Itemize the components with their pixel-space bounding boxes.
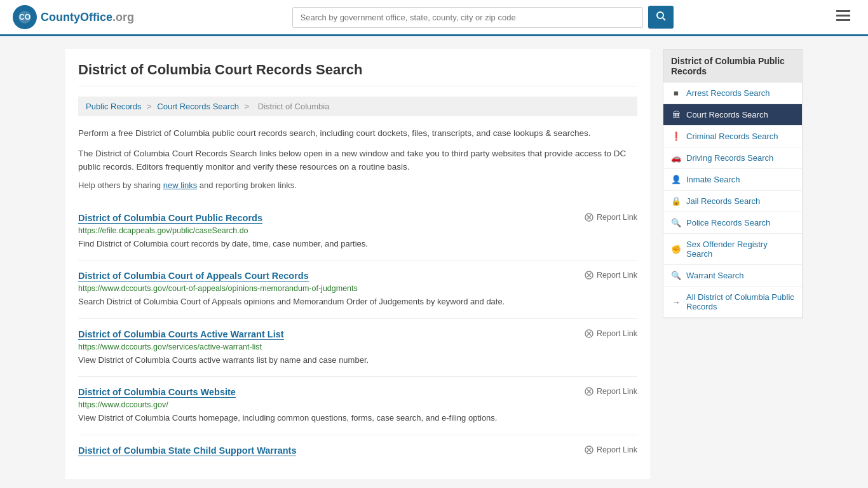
sidebar-label-5: Jail Records Search [686,196,760,206]
sidebar-item-1[interactable]: 🏛 Court Records Search [663,104,802,126]
svg-text:CO: CO [19,13,31,22]
search-input[interactable] [292,7,643,28]
logo-icon: CO [13,5,37,29]
sidebar-item-3[interactable]: 🚗 Driving Records Search [663,147,802,169]
record-item: District of Columbia Courts Active Warra… [78,319,637,377]
record-url-0: https://efile.dcappeals.gov/public/caseS… [78,226,637,235]
logo-area: CO CountyOffice.org [13,5,134,29]
breadcrumb-public-records[interactable]: Public Records [86,102,141,111]
sidebar-icon-6: 🔍 [671,218,681,227]
sidebar-label-4: Inmate Search [686,175,740,184]
sidebar: District of Columbia Public Records ■ Ar… [663,49,803,479]
description-1: Perform a free District of Columbia publ… [78,126,637,140]
breadcrumb-current: District of Columbia [258,102,330,111]
report-link-4[interactable]: Report Link [585,445,637,454]
sidebar-label-0: Arrest Records Search [686,88,770,98]
sidebar-label-7: Sex Offender Registry Search [686,240,794,259]
sidebar-box: District of Columbia Public Records ■ Ar… [663,49,803,318]
sidebar-icon-0: ■ [671,88,681,98]
main-container: District of Columbia Court Records Searc… [53,36,815,488]
sidebar-label-2: Criminal Records Search [686,132,778,141]
sidebar-items: ■ Arrest Records Search 🏛 Court Records … [663,83,802,318]
svg-rect-6 [836,19,850,21]
records-list: District of Columbia Court Public Record… [78,203,637,466]
sidebar-label-8: Warrant Search [686,271,744,280]
record-url-2: https://www.dccourts.gov/services/active… [78,342,637,351]
record-desc-1: Search District of Columbia Court of App… [78,295,637,308]
content-area: District of Columbia Court Records Searc… [65,49,650,479]
record-title-2[interactable]: District of Columbia Courts Active Warra… [78,329,284,340]
sidebar-icon-9: → [671,297,681,307]
record-title-4[interactable]: District of Columbia State Child Support… [78,445,296,456]
menu-button[interactable] [831,8,855,27]
sidebar-icon-4: 👤 [671,175,681,184]
sidebar-icon-3: 🚗 [671,153,681,163]
sidebar-label-6: Police Records Search [686,218,770,227]
breadcrumb: Public Records > Court Records Search > … [78,97,637,116]
record-desc-3: View District of Columbia Courts homepag… [78,412,637,424]
sidebar-item-8[interactable]: 🔍 Warrant Search [663,265,802,287]
search-button[interactable] [648,6,674,29]
report-link-1[interactable]: Report Link [585,271,637,280]
svg-point-2 [657,12,663,18]
sidebar-label-9: All District of Columbia Public Records [686,292,794,311]
sidebar-icon-7: ✊ [671,245,681,254]
record-item: District of Columbia State Child Support… [78,435,637,466]
record-url-3: https://www.dccourts.gov/ [78,400,637,409]
record-url-1: https://www.dccourts.gov/court-of-appeal… [78,284,637,293]
record-title-3[interactable]: District of Columbia Courts Website [78,387,236,398]
new-links-link[interactable]: new links [163,180,197,190]
record-item: District of Columbia Court of Appeals Co… [78,261,637,319]
record-item: District of Columbia Court Public Record… [78,203,637,261]
sidebar-item-7[interactable]: ✊ Sex Offender Registry Search [663,234,802,265]
search-area [292,6,674,29]
svg-rect-5 [836,15,850,17]
record-title-1[interactable]: District of Columbia Court of Appeals Co… [78,271,309,281]
sidebar-icon-1: 🏛 [671,110,681,119]
report-link-0[interactable]: Report Link [585,213,637,222]
sidebar-item-2[interactable]: ❗ Criminal Records Search [663,126,802,147]
sidebar-label-1: Court Records Search [686,110,768,119]
sidebar-title: District of Columbia Public Records [663,50,802,83]
sidebar-item-4[interactable]: 👤 Inmate Search [663,169,802,191]
sidebar-icon-5: 🔒 [671,196,681,206]
sidebar-item-5[interactable]: 🔒 Jail Records Search [663,191,802,212]
record-desc-2: View District of Columbia Courts active … [78,354,637,367]
help-text: Help others by sharing new links and rep… [78,180,637,190]
sidebar-icon-8: 🔍 [671,271,681,280]
logo-text: CountyOffice.org [41,11,134,24]
description-2: The District of Columbia Court Records S… [78,147,637,174]
svg-line-3 [663,18,665,20]
sidebar-item-6[interactable]: 🔍 Police Records Search [663,212,802,234]
sidebar-icon-2: ❗ [671,132,681,141]
report-link-3[interactable]: Report Link [585,387,637,396]
sidebar-item-0[interactable]: ■ Arrest Records Search [663,83,802,104]
report-link-2[interactable]: Report Link [585,329,637,338]
breadcrumb-court-records[interactable]: Court Records Search [157,102,239,111]
header: CO CountyOffice.org [0,0,868,36]
page-title: District of Columbia Court Records Searc… [78,62,637,86]
svg-rect-4 [836,10,850,12]
sidebar-label-3: Driving Records Search [686,153,773,163]
record-title-0[interactable]: District of Columbia Court Public Record… [78,213,262,224]
record-item: District of Columbia Courts Website Repo… [78,377,637,435]
sidebar-item-9[interactable]: → All District of Columbia Public Record… [663,287,802,318]
record-desc-0: Find District of Columbia court records … [78,238,637,250]
